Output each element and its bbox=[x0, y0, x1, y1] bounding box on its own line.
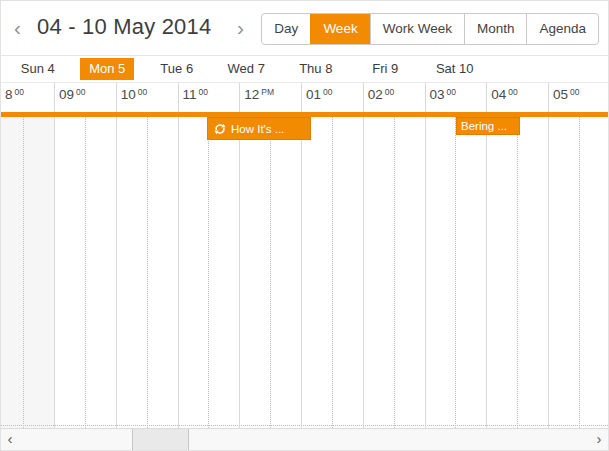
day-header-item-fri-9[interactable]: Fri 9 bbox=[351, 56, 421, 82]
day-header-label: Fri 9 bbox=[363, 58, 407, 80]
event-title: Bering ... bbox=[461, 120, 507, 132]
half-hour-gridline bbox=[579, 117, 580, 428]
event-block-bering[interactable]: Bering ... bbox=[456, 117, 520, 135]
day-header-row: Sun 4Mon 5Tue 6Wed 7Thu 8Fri 9Sat 10 bbox=[1, 56, 609, 83]
minutes-label: 00 bbox=[138, 87, 147, 97]
time-slot-03: 0300 bbox=[425, 83, 487, 112]
day-header-label: Sun 4 bbox=[12, 58, 64, 80]
day-header-label: Sat 10 bbox=[427, 58, 483, 80]
hour-gridline bbox=[239, 117, 240, 428]
hour-gridline bbox=[363, 117, 364, 428]
half-hour-gridline bbox=[332, 117, 333, 428]
time-slot-09: 0900 bbox=[54, 83, 116, 112]
hour-label: 12 bbox=[244, 87, 259, 102]
day-header-item-tue-6[interactable]: Tue 6 bbox=[142, 56, 212, 82]
hour-gridline bbox=[54, 117, 55, 428]
time-slot-10: 1000 bbox=[116, 83, 178, 112]
scroll-left-button[interactable]: ‹ bbox=[1, 429, 19, 450]
schedule-grid[interactable]: How It's ...Bering ... bbox=[1, 117, 608, 428]
view-button-day[interactable]: Day bbox=[262, 14, 310, 44]
minutes-label: 00 bbox=[15, 87, 24, 97]
minutes-label: 00 bbox=[570, 87, 579, 97]
half-hour-gridline bbox=[208, 117, 209, 428]
hour-label: 10 bbox=[121, 87, 136, 102]
hour-gridline bbox=[548, 117, 549, 428]
time-ruler: 80009001000110012PM01000200030004000500 bbox=[1, 83, 608, 112]
hour-label: 11 bbox=[183, 87, 197, 102]
hour-label: 03 bbox=[430, 87, 445, 102]
hour-label: 01 bbox=[306, 87, 321, 102]
time-slot-12: 12PM bbox=[239, 83, 301, 112]
day-header-item-mon-5[interactable]: Mon 5 bbox=[73, 56, 143, 82]
day-header-item-thu-8[interactable]: Thu 8 bbox=[281, 56, 351, 82]
scroll-thumb[interactable] bbox=[132, 429, 189, 450]
half-hour-gridline bbox=[85, 117, 86, 428]
day-header-item-sun-4[interactable]: Sun 4 bbox=[3, 56, 73, 82]
hour-label: 8 bbox=[5, 87, 13, 102]
scroll-track[interactable] bbox=[19, 429, 590, 450]
time-slot-11: 1100 bbox=[178, 83, 240, 112]
view-button-work-week[interactable]: Work Week bbox=[370, 14, 464, 44]
view-button-month[interactable]: Month bbox=[464, 14, 527, 44]
minutes-label: 00 bbox=[199, 87, 208, 97]
time-slot-05: 0500 bbox=[548, 83, 609, 112]
hour-gridline bbox=[301, 117, 302, 428]
hour-label: 09 bbox=[59, 87, 74, 102]
scroll-right-button[interactable]: › bbox=[590, 429, 608, 450]
time-slot-8: 800 bbox=[1, 83, 54, 112]
hour-gridline bbox=[425, 117, 426, 428]
day-header-label: Tue 6 bbox=[151, 58, 202, 80]
minutes-label: 00 bbox=[385, 87, 394, 97]
view-button-agenda[interactable]: Agenda bbox=[526, 14, 598, 44]
hour-label: 05 bbox=[553, 87, 568, 102]
time-slot-04: 0400 bbox=[486, 83, 548, 112]
half-hour-gridline bbox=[394, 117, 395, 428]
scheduler-widget: ‹ 04 - 10 May 2014 › DayWeekWork WeekMon… bbox=[0, 0, 609, 451]
hour-gridline bbox=[116, 117, 117, 428]
hour-gridline bbox=[178, 117, 179, 428]
minutes-label: 00 bbox=[447, 87, 456, 97]
half-hour-gridline bbox=[23, 117, 24, 428]
half-hour-gridline bbox=[455, 117, 456, 428]
view-switcher: DayWeekWork WeekMonthAgenda bbox=[261, 13, 599, 45]
hour-label: 02 bbox=[368, 87, 383, 102]
day-header-item-wed-7[interactable]: Wed 7 bbox=[212, 56, 282, 82]
day-header-label: Mon 5 bbox=[80, 58, 134, 80]
time-slot-01: 0100 bbox=[301, 83, 363, 112]
half-hour-gridline bbox=[270, 117, 271, 428]
next-week-button[interactable]: › bbox=[237, 15, 244, 41]
minutes-label: 00 bbox=[76, 87, 85, 97]
non-business-hours-column bbox=[1, 117, 54, 428]
date-range-title[interactable]: 04 - 10 May 2014 bbox=[37, 14, 211, 40]
recurrence-icon bbox=[214, 123, 226, 135]
day-header-item-sat-10[interactable]: Sat 10 bbox=[420, 56, 490, 82]
day-header-label: Wed 7 bbox=[219, 58, 274, 80]
hour-gridline bbox=[486, 117, 487, 428]
event-block-how-it-s[interactable]: How It's ... bbox=[207, 117, 311, 140]
half-hour-gridline bbox=[147, 117, 148, 428]
horizontal-scrollbar[interactable]: ‹ › bbox=[1, 428, 608, 450]
half-hour-gridline bbox=[517, 117, 518, 428]
prev-week-button[interactable]: ‹ bbox=[14, 15, 21, 41]
minutes-label: PM bbox=[261, 87, 274, 97]
toolbar: ‹ 04 - 10 May 2014 › DayWeekWork WeekMon… bbox=[1, 1, 608, 56]
view-button-week[interactable]: Week bbox=[310, 14, 369, 44]
day-header-label: Thu 8 bbox=[290, 58, 341, 80]
minutes-label: 00 bbox=[508, 87, 517, 97]
minutes-label: 00 bbox=[323, 87, 332, 97]
time-slot-02: 0200 bbox=[363, 83, 425, 112]
event-title: How It's ... bbox=[231, 123, 284, 135]
hour-label: 04 bbox=[491, 87, 506, 102]
